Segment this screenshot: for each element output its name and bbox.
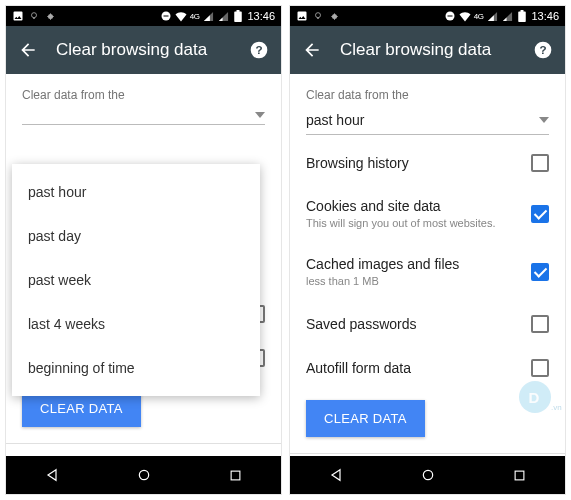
checkbox[interactable] [531, 205, 549, 223]
signal-icon [486, 10, 498, 22]
time-range-dropdown[interactable] [6, 108, 281, 131]
svg-rect-9 [447, 16, 452, 17]
row-cookies[interactable]: Cookies and site data This will sign you… [290, 185, 565, 243]
tip-icon [312, 10, 324, 22]
svg-text:?: ? [539, 43, 546, 56]
clear-data-button[interactable]: CLEAR DATA [306, 400, 425, 437]
popup-option-last-4-weeks[interactable]: last 4 weeks [12, 302, 260, 346]
checkbox[interactable] [531, 359, 549, 377]
appbar-title: Clear browsing data [38, 40, 249, 60]
wifi-icon [459, 10, 471, 22]
back-icon[interactable] [302, 40, 322, 60]
nav-recent-button[interactable] [473, 456, 565, 494]
checkbox[interactable] [531, 315, 549, 333]
section-label: Clear data from the [6, 74, 281, 108]
svg-point-0 [32, 13, 37, 18]
popup-option-beginning-of-time[interactable]: beginning of time [12, 346, 260, 390]
svg-point-12 [423, 470, 432, 479]
status-clock: 13:46 [531, 10, 559, 22]
help-icon[interactable]: ? [533, 40, 553, 60]
row-label: Cached images and files [306, 256, 521, 272]
row-browsing-history[interactable]: Browsing history [290, 141, 565, 185]
row-label: Saved passwords [306, 316, 521, 332]
signal-icon [202, 10, 214, 22]
popup-option-past-hour[interactable]: past hour [12, 170, 260, 214]
svg-point-7 [316, 13, 321, 18]
back-icon[interactable] [18, 40, 38, 60]
row-saved-passwords[interactable]: Saved passwords [290, 302, 565, 346]
help-icon[interactable]: ? [249, 40, 269, 60]
caret-down-icon [255, 112, 265, 118]
dnd-icon [160, 10, 172, 22]
row-label: Autofill form data [306, 360, 521, 376]
photo-icon [12, 10, 24, 22]
svg-rect-2 [163, 16, 168, 17]
time-range-popup: past hour past day past week last 4 week… [12, 164, 260, 396]
photo-icon [296, 10, 308, 22]
status-bar: 4G 13:46 [290, 6, 565, 26]
android-nav-bar [290, 456, 565, 494]
row-cached[interactable]: Cached images and files less than 1 MB [290, 243, 565, 301]
svg-point-5 [139, 470, 148, 479]
network-label: 4G [190, 12, 200, 21]
nav-home-button[interactable] [382, 456, 474, 494]
popup-option-past-day[interactable]: past day [12, 214, 260, 258]
appbar-title: Clear browsing data [322, 40, 533, 60]
tip-icon [28, 10, 40, 22]
app-bar: Clear browsing data ? [290, 26, 565, 74]
section-label: Clear data from the [290, 74, 565, 108]
battery-icon [516, 10, 528, 22]
dnd-icon [444, 10, 456, 22]
dropdown-value: past hour [306, 112, 364, 128]
network-label: 4G [474, 12, 484, 21]
nav-back-button[interactable] [6, 456, 98, 494]
nav-back-button[interactable] [290, 456, 382, 494]
row-sublabel: less than 1 MB [306, 274, 521, 288]
signal2-icon [217, 10, 229, 22]
status-clock: 13:46 [247, 10, 275, 22]
checkbox[interactable] [531, 154, 549, 172]
nav-recent-button[interactable] [189, 456, 281, 494]
row-label: Browsing history [306, 155, 521, 171]
status-bar: 4G 13:46 [6, 6, 281, 26]
svg-rect-6 [231, 471, 240, 480]
wifi-icon [175, 10, 187, 22]
row-label: Cookies and site data [306, 198, 521, 214]
battery-icon [232, 10, 244, 22]
row-sublabel: This will sign you out of most websites. [306, 216, 521, 230]
location-icon [44, 10, 56, 22]
time-range-dropdown[interactable]: past hour [290, 108, 565, 141]
screenshot-left: 4G 13:46 Clear browsing data ? Clear dat… [5, 5, 282, 495]
svg-rect-13 [515, 471, 524, 480]
screenshot-right: 4G 13:46 Clear browsing data ? Clear dat… [289, 5, 566, 495]
nav-home-button[interactable] [98, 456, 190, 494]
popup-option-past-week[interactable]: past week [12, 258, 260, 302]
android-nav-bar [6, 456, 281, 494]
app-bar: Clear browsing data ? [6, 26, 281, 74]
caret-down-icon [539, 117, 549, 123]
signal2-icon [501, 10, 513, 22]
svg-text:?: ? [255, 43, 262, 56]
row-autofill[interactable]: Autofill form data [290, 346, 565, 390]
checkbox[interactable] [531, 263, 549, 281]
location-icon [328, 10, 340, 22]
